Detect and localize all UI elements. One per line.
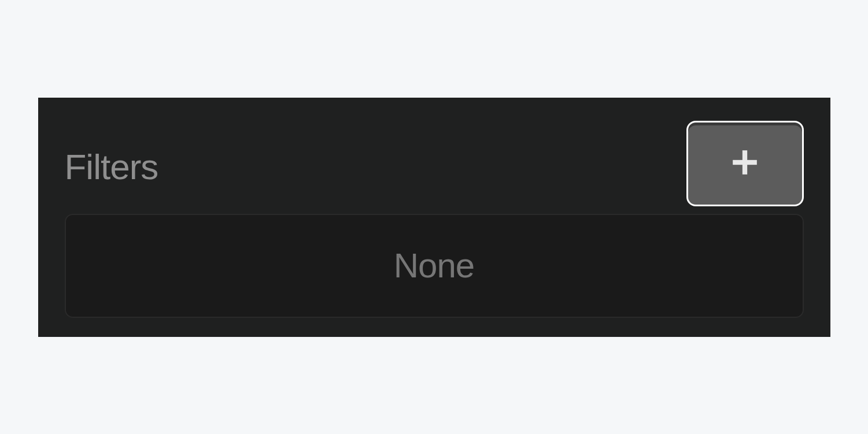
filters-panel: Filters None <box>38 98 830 337</box>
filters-header: Filters <box>65 122 804 206</box>
filters-empty-state: None <box>394 246 474 285</box>
add-filter-button[interactable] <box>686 121 804 206</box>
filters-title: Filters <box>65 146 158 187</box>
svg-rect-1 <box>733 159 757 164</box>
plus-icon <box>730 148 759 179</box>
filters-list: None <box>65 214 804 318</box>
